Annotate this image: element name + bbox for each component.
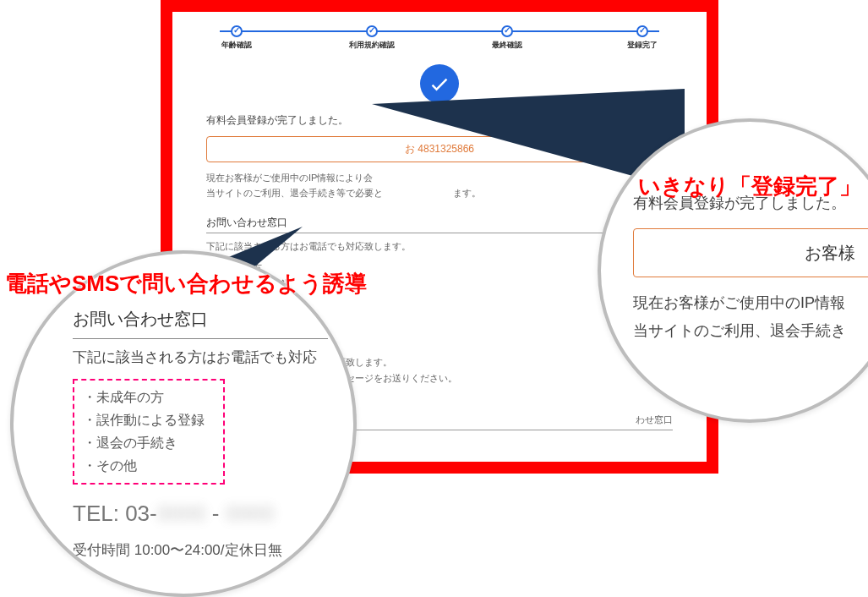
progress-step-2: 利用規約確認 — [347, 25, 397, 51]
zoom-left-bullets-box: ・未成年の方 ・誤作動による登録 ・退会の手続き ・その他 — [73, 379, 225, 485]
progress-step-3: 最終確認 — [482, 25, 532, 51]
progress-step-4: 登録完了 — [617, 25, 668, 51]
check-icon — [366, 25, 378, 37]
check-icon — [501, 25, 513, 37]
zoom-left-title: お問い合わせ窓口 — [73, 304, 328, 339]
customer-id-value: 4831325866 — [418, 143, 474, 155]
zoom-left-tel: TEL: 03-0000 - 0000 — [73, 495, 328, 532]
check-icon — [636, 25, 648, 37]
zoom-right-ip-b: 当サイトのご利用、退会手続き — [633, 317, 868, 344]
ip-info-note: 現在お客様がご使用中のIP情報により会 当サイトのご利用、退会手続き等で必要と … — [206, 171, 673, 200]
callout-phone-sms-lead: 電話やSMSで問い合わせるよう誘導 — [5, 269, 367, 298]
check-icon — [231, 25, 243, 37]
zoom-right-ip-a: 現在お客様がご使用中のIP情報 — [633, 289, 868, 316]
zoom-right-customer-box: お客様 — [633, 228, 868, 277]
zoom-left-hours: 受付時間 10:00〜24:00/定休日無 — [73, 539, 328, 563]
progress-bar: 年齢確認 利用規約確認 最終確認 登録完了 — [211, 25, 668, 51]
zoom-circle-left: お問い合わせ窓口 下記に該当される方はお電話でも対応 ・未成年の方 ・誤作動によ… — [10, 250, 357, 597]
success-check-icon — [420, 64, 459, 103]
callout-registration-complete: いきなり「登録完了」 — [638, 172, 861, 201]
progress-step-1: 年齢確認 — [211, 25, 262, 51]
customer-id-box: お 4831325866 — [206, 136, 673, 162]
registration-complete-message: 有料会員登録が完了しました。 — [206, 113, 673, 128]
zoom-left-desc: 下記に該当される方はお電話でも対応 — [73, 346, 328, 370]
